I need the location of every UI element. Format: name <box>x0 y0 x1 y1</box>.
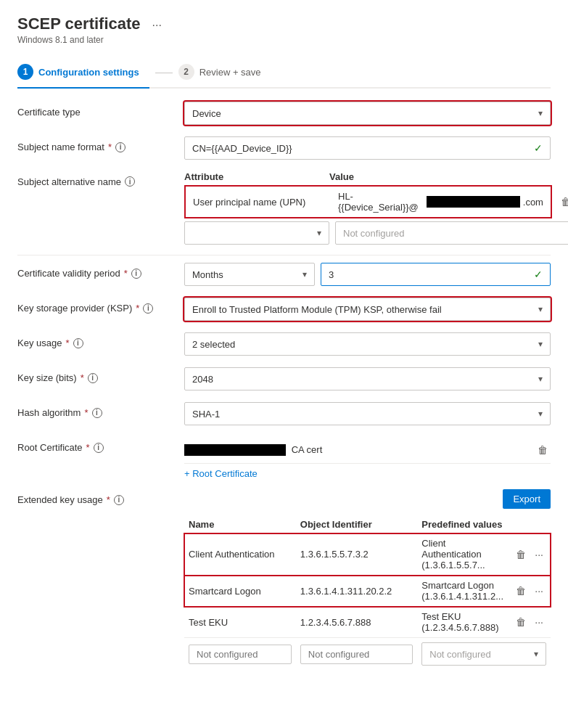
eku-header-row: Name Object Identifier Predefined values <box>184 516 551 533</box>
san-info-icon[interactable]: i <box>125 176 135 187</box>
eku-row-3-more-button[interactable]: ··· <box>532 615 546 629</box>
required-indicator-2: * <box>124 268 128 279</box>
key-usage-row: Key usage * i 2 selected ▾ <box>17 332 551 357</box>
tab2-circle: 2 <box>178 64 194 80</box>
key-size-row: Key size (bits) * i 2048 ▾ <box>17 367 551 392</box>
validity-row-inner: Months ▾ 3 ✓ <box>184 263 551 286</box>
certificate-type-label: Certificate type <box>17 102 184 118</box>
eku-bottom-predefined-dropdown[interactable]: Not configured ▾ <box>421 642 546 666</box>
san-headers: Attribute Value <box>184 171 568 182</box>
validity-info-icon[interactable]: i <box>131 269 141 279</box>
page-subtitle: Windows 8.1 and later <box>17 35 551 45</box>
eku-row-3-delete-button[interactable]: 🗑 <box>513 615 529 629</box>
eku-row-1-oid: 1.3.6.1.5.5.7.3.2 <box>296 533 417 576</box>
hash-algorithm-value: SHA-1 <box>192 409 220 420</box>
validity-unit-dropdown: Months ▾ <box>184 263 315 286</box>
certificate-type-control: Device ▾ <box>184 102 551 125</box>
eku-row-1-actions: 🗑 ··· <box>508 533 551 576</box>
san-val-header: Value <box>329 171 568 182</box>
key-usage-label: Key usage * i <box>17 332 184 348</box>
chevron-down-icon: ▾ <box>538 304 543 314</box>
eku-bottom-name <box>184 638 296 671</box>
chevron-down-icon: ▾ <box>538 374 543 384</box>
ksp-control: Enroll to Trusted Platform Module (TPM) … <box>184 298 551 321</box>
eku-label: Extended key usage * i <box>17 489 184 505</box>
eku-bottom-predefined: Not configured ▾ <box>417 638 551 671</box>
required-indicator-7: * <box>86 442 90 453</box>
root-cert-delete-button[interactable]: 🗑 <box>535 443 551 457</box>
page-title: SCEP certificate <box>17 15 141 33</box>
eku-col-name-header: Name <box>184 516 296 533</box>
hash-algorithm-info-icon[interactable]: i <box>92 408 102 418</box>
key-usage-info-icon[interactable]: i <box>73 338 83 348</box>
certificate-type-row: Certificate type Device ▾ <box>17 102 551 126</box>
subject-name-format-value: CN={{AAD_Device_ID}} <box>192 143 292 154</box>
redacted-domain <box>427 196 520 208</box>
eku-row-1-predefined: Client Authentication (1.3.6.1.5.5.7... <box>417 533 508 576</box>
eku-row-2-oid: 1.3.6.1.4.1.311.20.2.2 <box>296 576 417 607</box>
tab-configuration-settings[interactable]: 1 Configuration settings <box>17 58 149 87</box>
export-button[interactable]: Export <box>503 489 551 509</box>
key-size-dropdown[interactable]: 2048 ▾ <box>184 367 551 390</box>
certificate-type-dropdown[interactable]: Device ▾ <box>184 102 551 125</box>
chevron-down-icon: ▾ <box>534 649 538 659</box>
eku-row-3-actions: 🗑 ··· <box>508 607 551 638</box>
eku-row-1-more-button[interactable]: ··· <box>532 547 546 562</box>
divider-1 <box>17 255 551 255</box>
san-data-row-1: User principal name (UPN) HL-{{Device_Se… <box>184 185 568 218</box>
ksp-label: Key storage provider (KSP) * i <box>17 298 184 314</box>
hash-algorithm-row: Hash algorithm * i SHA-1 ▾ <box>17 402 551 427</box>
eku-row-2-more-button[interactable]: ··· <box>532 584 546 598</box>
subject-name-format-info-icon[interactable]: i <box>115 142 125 152</box>
tab1-label: Configuration settings <box>38 67 139 78</box>
required-indicator-8: * <box>107 494 110 505</box>
san-empty-attr-select[interactable]: ▾ <box>184 221 329 245</box>
key-usage-dropdown[interactable]: 2 selected ▾ <box>184 332 551 356</box>
chevron-down-icon: ▾ <box>538 108 543 118</box>
san-empty-inner: ▾ Not configured <box>184 221 568 245</box>
validity-number-value: 3 <box>329 269 334 280</box>
eku-info-icon[interactable]: i <box>114 495 124 505</box>
chevron-down-icon: ▾ <box>302 269 307 279</box>
san-empty-row: ▾ Not configured <box>184 221 568 245</box>
required-indicator-5: * <box>81 372 84 383</box>
eku-col-predefined-header: Predefined values <box>417 516 508 533</box>
root-cert-control: CA cert 🗑 + Root Certificate <box>184 437 551 479</box>
eku-bottom-name-input[interactable] <box>189 645 292 664</box>
chevron-down-icon: ▾ <box>317 228 321 238</box>
eku-row-1-name: Client Authentication <box>184 533 296 576</box>
eku-row-1-delete-button[interactable]: 🗑 <box>513 547 529 562</box>
eku-bottom-oid-input[interactable] <box>300 645 413 664</box>
san-data-inner-1: User principal name (UPN) HL-{{Device_Se… <box>184 185 552 218</box>
validity-unit-value: Months <box>192 269 223 280</box>
required-indicator: * <box>108 142 112 152</box>
add-root-cert-link[interactable]: + Root Certificate <box>184 468 258 479</box>
certificate-type-value: Device <box>192 108 221 119</box>
eku-control: Export Name Object Identifier Predefined… <box>184 489 551 670</box>
eku-col-oid-header: Object Identifier <box>296 516 417 533</box>
root-cert-name: CA cert <box>184 444 535 457</box>
san-row-1-delete-button[interactable]: 🗑 <box>558 195 568 209</box>
hash-algorithm-dropdown[interactable]: SHA-1 ▾ <box>184 402 551 425</box>
wizard-tabs: 1 Configuration settings 2 Review + save <box>17 58 551 89</box>
root-cert-entry: CA cert 🗑 <box>184 437 551 464</box>
eku-bottom-row: Not configured ▾ <box>184 638 551 671</box>
ksp-info-icon[interactable]: i <box>143 303 153 314</box>
subject-name-format-dropdown[interactable]: CN={{AAD_Device_ID}} ✓ <box>184 136 551 160</box>
chevron-down-icon: ▾ <box>538 409 543 419</box>
validity-unit-select[interactable]: Months ▾ <box>184 263 315 286</box>
eku-row: Extended key usage * i Export Name Objec… <box>17 489 551 670</box>
root-cert-row: Root Certificate * i CA cert 🗑 + Root Ce… <box>17 437 551 479</box>
eku-row-3: Test EKU 1.2.3.4.5.6.7.888 Test EKU (1.2… <box>184 607 551 638</box>
key-size-info-icon[interactable]: i <box>88 373 98 383</box>
root-cert-info-icon[interactable]: i <box>94 443 104 453</box>
tab-review-save[interactable]: 2 Review + save <box>178 58 271 87</box>
root-cert-redacted <box>184 444 286 456</box>
eku-col-actions-header <box>508 516 551 533</box>
ksp-dropdown[interactable]: Enroll to Trusted Platform Module (TPM) … <box>184 298 551 321</box>
more-options-icon[interactable]: ··· <box>152 19 162 32</box>
validity-number-select[interactable]: 3 ✓ <box>321 263 551 286</box>
san-val-value-1: HL-{{Device_Serial}}@.com <box>331 188 551 216</box>
eku-row-2-delete-button[interactable]: 🗑 <box>513 584 529 598</box>
san-empty-val-select[interactable]: Not configured <box>335 221 568 245</box>
